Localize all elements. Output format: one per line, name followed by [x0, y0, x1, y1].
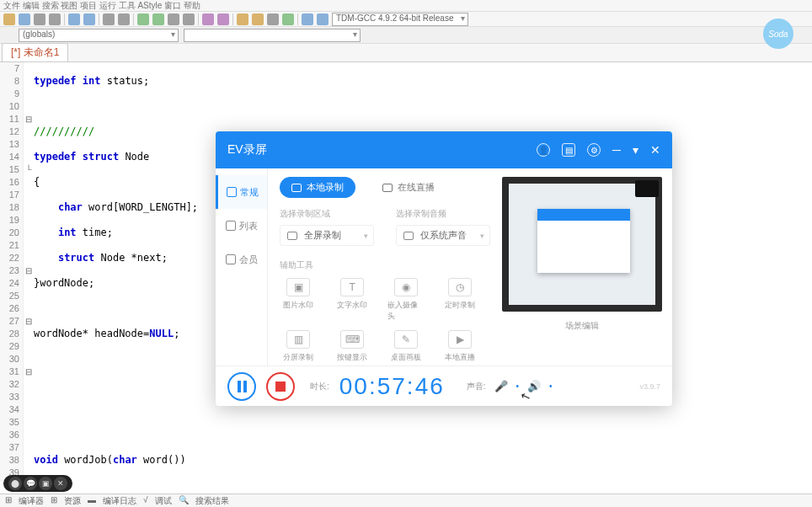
toolbar-icon[interactable] [49, 13, 61, 25]
tool-camera[interactable]: ◉嵌入摄像头 [387, 278, 425, 322]
toolbar-icon[interactable] [202, 13, 214, 25]
audio-label: 选择录制音频 [396, 208, 490, 220]
globals-combo[interactable]: (globals) [19, 29, 179, 42]
keyboard-icon: ⌨ [340, 330, 364, 349]
toolbar-icon[interactable] [103, 13, 115, 25]
duration-timer: 00:57:46 [339, 373, 445, 400]
ev-recorder-window[interactable]: EV录屏 👤 ▤ ⚙ ─ ▾ ✕ 常规 列表 会员 本地录制 在线直播 选择录制… [216, 131, 672, 406]
text-icon: T [340, 278, 364, 296]
status-tab[interactable]: 编译器 [19, 495, 44, 506]
toolbar-icon[interactable] [237, 13, 248, 25]
toolbar-icon[interactable] [317, 13, 329, 25]
monitor-icon [227, 187, 237, 197]
recorder-main: 本地录制 在线直播 选择录制区域 全屏录制 选择录制音频 仅系统声音 辅助工具 … [268, 168, 502, 366]
play-icon: ▶ [448, 330, 472, 349]
toolbar-icon[interactable] [118, 13, 130, 25]
pen-icon: ✎ [394, 330, 418, 349]
tab-online-stream[interactable]: 在线直播 [371, 177, 446, 198]
toolbar-icon[interactable] [168, 13, 179, 25]
toolbar-icon[interactable] [252, 13, 264, 25]
task-icon[interactable]: ▣ [39, 477, 52, 490]
status-tab[interactable]: 搜索结果 [195, 495, 229, 506]
tab-local-record[interactable]: 本地录制 [280, 177, 355, 198]
toolbar-icon[interactable] [68, 13, 80, 25]
task-icon[interactable]: 💬 [24, 477, 37, 490]
toolbar-icon[interactable] [137, 13, 149, 25]
dropdown-icon[interactable]: ▾ [633, 143, 638, 157]
recorder-footer: 时长: 00:57:46 声音: 🎤 • 🔊 • v3.9.7 [216, 366, 672, 406]
area-label: 选择录制区域 [280, 208, 374, 220]
gear-icon[interactable]: ⚙ [587, 143, 601, 157]
symbol-combo[interactable] [184, 29, 361, 42]
toolbar-icon[interactable] [217, 13, 229, 25]
toolbar-icon[interactable] [34, 13, 45, 25]
status-tab[interactable]: 资源 [64, 495, 81, 506]
tool-text-watermark[interactable]: T文字水印 [334, 278, 371, 322]
file-tab[interactable]: [*] 未命名1 [2, 43, 68, 61]
status-bar[interactable]: ⊞编译器 ⊞资源 ▬编译日志 √调试 🔍搜索结果 [0, 494, 812, 507]
tool-split[interactable]: ▥分屏录制 [280, 330, 317, 363]
recorder-title: EV录屏 [227, 142, 267, 157]
status-tab[interactable]: 编译日志 [103, 495, 136, 506]
audio-select[interactable]: 仅系统声音 [396, 225, 490, 246]
split-icon: ▥ [286, 330, 310, 349]
version-label: v3.9.7 [639, 382, 660, 391]
screen-icon [287, 232, 297, 240]
toolbar-primary: TDM-GCC 4.9.2 64-bit Release [0, 12, 812, 27]
sidebar-item-normal[interactable]: 常规 [216, 175, 267, 209]
task-icon[interactable]: ⬤ [8, 477, 22, 490]
recorder-preview: 场景编辑 [502, 168, 672, 366]
tool-keys[interactable]: ⌨按键显示 [334, 330, 371, 363]
crown-icon [226, 254, 236, 264]
image-icon: ▣ [286, 278, 310, 296]
tool-timer[interactable]: ◷定时录制 [441, 278, 478, 322]
status-tab[interactable]: 调试 [155, 495, 172, 506]
file-tab-bar: [*] 未命名1 [0, 44, 812, 62]
area-select[interactable]: 全屏录制 [280, 225, 374, 246]
speaker-icon [403, 232, 414, 240]
toolbar-icon[interactable] [83, 13, 95, 25]
toolbar-icon[interactable] [3, 13, 15, 25]
level-dot: • [549, 382, 553, 391]
toolbar-icon[interactable] [19, 13, 30, 25]
brand-badge: Soda [763, 19, 793, 49]
recorder-sidebar: 常规 列表 会员 [216, 168, 268, 366]
menu-bar[interactable]: 文件 编辑 搜索 视图 项目 运行 工具 AStyle 窗口 帮助 [0, 0, 812, 12]
toolbar-icon[interactable] [302, 13, 313, 25]
clock-icon: ◷ [448, 278, 472, 296]
recorder-titlebar[interactable]: EV录屏 👤 ▤ ⚙ ─ ▾ ✕ [216, 131, 672, 168]
list-icon[interactable]: ▤ [562, 143, 575, 157]
toolbar-icon[interactable] [183, 13, 195, 25]
close-icon[interactable]: ✕ [650, 143, 660, 157]
toolbar-icon[interactable] [267, 13, 279, 25]
task-icon[interactable]: ✕ [54, 477, 67, 490]
duration-label: 时长: [310, 381, 329, 392]
tool-whiteboard[interactable]: ✎桌面画板 [387, 330, 425, 363]
user-icon[interactable]: 👤 [537, 143, 550, 157]
level-dot: • [516, 382, 520, 391]
sidebar-item-vip[interactable]: 会员 [216, 243, 267, 276]
sound-label: 声音: [467, 381, 486, 392]
sidebar-item-list[interactable]: 列表 [216, 209, 267, 243]
tool-local-stream[interactable]: ▶本地直播 [441, 330, 478, 363]
toolbar-icon[interactable] [282, 13, 294, 25]
camera-icon: ◉ [394, 278, 418, 296]
stream-icon [382, 184, 393, 192]
mic-icon[interactable]: 🎤 [494, 380, 508, 392]
toolbar-secondary: (globals) [0, 27, 812, 44]
stop-button[interactable] [266, 372, 295, 401]
fold-gutter[interactable]: ⊟└⊟⊟⊟⊟ [24, 62, 34, 482]
tool-image-watermark[interactable]: ▣图片水印 [280, 278, 317, 322]
minimize-icon[interactable]: ─ [612, 143, 621, 157]
preview-caption[interactable]: 场景编辑 [502, 320, 662, 332]
record-icon [291, 184, 302, 192]
tools-label: 辅助工具 [280, 259, 490, 271]
preview-image[interactable] [502, 177, 662, 312]
compiler-combo[interactable]: TDM-GCC 4.9.2 64-bit Release [332, 13, 468, 26]
toolbar-icon[interactable] [152, 13, 164, 25]
pause-button[interactable] [227, 372, 256, 401]
list-icon [226, 221, 236, 231]
line-gutter: 7891011121314151617181920212223242526272… [0, 62, 24, 482]
taskbar-pill[interactable]: ⬤ 💬 ▣ ✕ [3, 475, 72, 492]
